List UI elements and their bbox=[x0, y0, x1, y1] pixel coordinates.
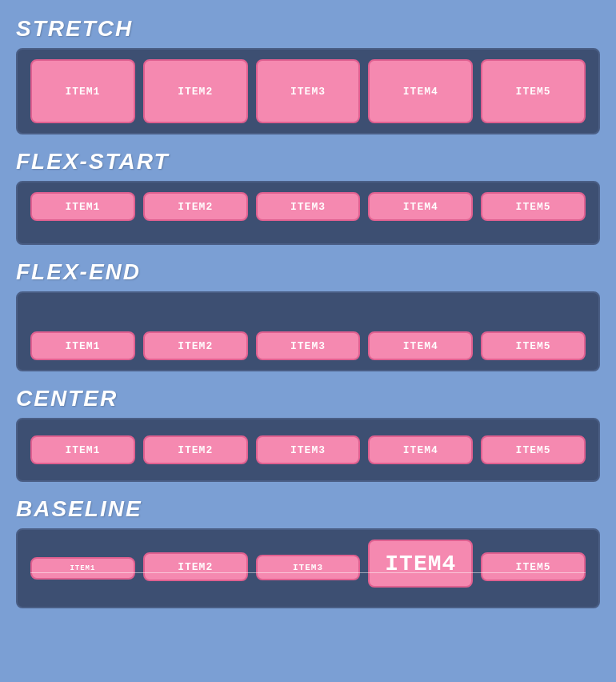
stretch-item-1: ITEM1 bbox=[30, 59, 135, 123]
baseline-item-5: ITEM5 bbox=[481, 552, 586, 581]
flex-end-item-4: ITEM4 bbox=[368, 331, 473, 360]
center-title: CENTER bbox=[16, 386, 600, 411]
stretch-item-4: ITEM4 bbox=[368, 59, 473, 123]
stretch-item-3: ITEM3 bbox=[256, 59, 361, 123]
baseline-item-1: ITEM1 bbox=[30, 557, 135, 580]
center-item-3: ITEM3 bbox=[256, 435, 361, 464]
stretch-container: ITEM1 ITEM2 ITEM3 ITEM4 ITEM5 bbox=[16, 48, 600, 134]
center-item-5: ITEM5 bbox=[481, 435, 586, 464]
flex-start-item-2: ITEM2 bbox=[143, 192, 248, 221]
baseline-line bbox=[30, 572, 586, 573]
stretch-section: STRETCH ITEM1 ITEM2 ITEM3 ITEM4 ITEM5 bbox=[16, 16, 600, 134]
baseline-section: BASELINE ITEM1 ITEM2 ITEM3 ITEM4 ITEM5 bbox=[16, 496, 600, 608]
center-item-1: ITEM1 bbox=[30, 435, 135, 464]
flex-start-title: FLEX-START bbox=[16, 149, 600, 175]
center-item-4: ITEM4 bbox=[368, 435, 473, 464]
flex-start-item-5: ITEM5 bbox=[481, 192, 586, 221]
stretch-item-2: ITEM2 bbox=[143, 59, 248, 123]
flex-end-item-5: ITEM5 bbox=[481, 331, 586, 360]
baseline-container: ITEM1 ITEM2 ITEM3 ITEM4 ITEM5 bbox=[16, 528, 600, 608]
flex-start-item-1: ITEM1 bbox=[30, 192, 135, 221]
flex-start-item-3: ITEM3 bbox=[256, 192, 361, 221]
center-container: ITEM1 ITEM2 ITEM3 ITEM4 ITEM5 bbox=[16, 418, 600, 482]
flex-start-item-4: ITEM4 bbox=[368, 192, 473, 221]
center-item-2: ITEM2 bbox=[143, 435, 248, 464]
stretch-title: STRETCH bbox=[16, 16, 600, 42]
stretch-item-5: ITEM5 bbox=[481, 59, 586, 123]
flex-end-item-1: ITEM1 bbox=[30, 331, 135, 360]
flex-start-section: FLEX-START ITEM1 ITEM2 ITEM3 ITEM4 ITEM5 bbox=[16, 149, 600, 245]
baseline-title: BASELINE bbox=[16, 496, 600, 522]
baseline-item-2: ITEM2 bbox=[143, 552, 248, 581]
flex-start-container: ITEM1 ITEM2 ITEM3 ITEM4 ITEM5 bbox=[16, 181, 600, 245]
flex-end-section: FLEX-END ITEM1 ITEM2 ITEM3 ITEM4 ITEM5 bbox=[16, 259, 600, 371]
baseline-item-4: ITEM4 bbox=[368, 540, 473, 588]
flex-end-item-2: ITEM2 bbox=[143, 331, 248, 360]
flex-end-title: FLEX-END bbox=[16, 259, 600, 285]
baseline-item-3: ITEM3 bbox=[256, 555, 361, 580]
flex-end-item-3: ITEM3 bbox=[256, 331, 361, 360]
center-section: CENTER ITEM1 ITEM2 ITEM3 ITEM4 ITEM5 bbox=[16, 386, 600, 482]
flex-end-container: ITEM1 ITEM2 ITEM3 ITEM4 ITEM5 bbox=[16, 291, 600, 371]
